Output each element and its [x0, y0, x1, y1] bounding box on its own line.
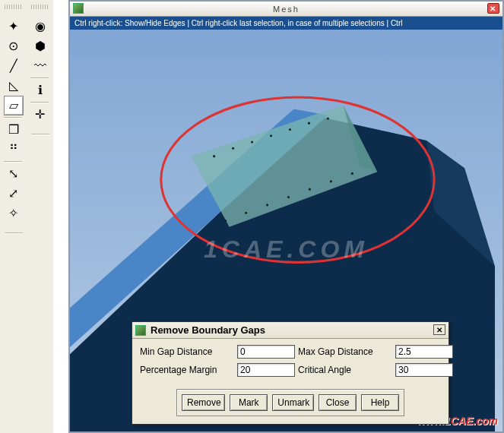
min-gap-input[interactable]	[237, 345, 295, 359]
pick-path-icon[interactable]: ⤡	[4, 164, 24, 184]
crit-angle-label: Critical Angle	[298, 365, 392, 375]
extrude-icon[interactable]: ⬢	[30, 36, 50, 56]
svg-point-12	[224, 220, 227, 222]
separator	[30, 77, 49, 79]
curve-icon[interactable]: 〰	[30, 56, 50, 76]
max-gap-label: Max Gap Distance	[298, 346, 392, 357]
parts-icon[interactable]: ⠛	[4, 140, 24, 160]
min-gap-label: Min Gap Distance	[140, 346, 234, 357]
unmark-button[interactable]: Unmark	[272, 394, 314, 411]
dialog-body: Min Gap Distance Max Gap Distance Percen…	[132, 339, 449, 384]
info-icon[interactable]: ℹ	[30, 81, 50, 100]
axes-icon[interactable]: ✦	[4, 17, 24, 36]
grip	[31, 5, 49, 9]
remove-button[interactable]: Remove	[182, 394, 225, 411]
crit-angle-input[interactable]	[395, 363, 453, 377]
separator	[30, 102, 49, 103]
point-icon[interactable]: ⊙	[4, 36, 24, 56]
dialog-title: Remove Boundary Gaps	[151, 324, 265, 336]
eye-icon[interactable]: ◉	[30, 17, 50, 36]
svg-point-11	[327, 117, 329, 119]
svg-point-18	[351, 172, 353, 175]
svg-point-13	[245, 212, 247, 214]
svg-point-9	[289, 128, 291, 131]
face-icon[interactable]: ▱	[4, 96, 24, 115]
cube-icon[interactable]: ❒	[4, 120, 24, 140]
tool-strip-secondary: ◉⬢〰ℹ✛	[27, 0, 53, 433]
line-icon[interactable]: ╱	[4, 56, 24, 76]
separator	[5, 232, 23, 234]
dialog-titlebar[interactable]: Remove Boundary Gaps ✕	[132, 322, 449, 339]
svg-point-5	[213, 155, 215, 157]
pct-margin-label: Percentage Margin	[140, 365, 234, 375]
mark-button[interactable]: Mark	[230, 394, 268, 411]
svg-point-10	[308, 122, 310, 125]
svg-point-8	[270, 134, 272, 137]
max-gap-input[interactable]	[395, 345, 453, 359]
svg-point-17	[330, 180, 332, 182]
view-titlebar: Mesh ✕	[70, 2, 502, 17]
app-icon	[73, 3, 84, 14]
svg-point-16	[309, 188, 311, 191]
pick-group-icon[interactable]: ✧	[4, 204, 24, 223]
grip	[5, 5, 23, 9]
hint-bar: Ctrl right-click: Show/Hide Edges | Ctrl…	[70, 17, 502, 30]
svg-point-14	[266, 204, 268, 206]
dialog-button-row: Remove Mark Unmark Close Help	[176, 389, 404, 416]
svg-point-6	[232, 147, 234, 150]
view-title: Mesh	[273, 5, 300, 14]
close-button[interactable]: Close	[319, 394, 357, 411]
pct-margin-input[interactable]	[237, 363, 295, 377]
separator	[31, 134, 49, 135]
target-icon[interactable]: ✛	[30, 105, 50, 125]
tool-strip-left: ✦⊙╱◺▱❒⠛⤡⤢✧	[0, 0, 27, 433]
separator	[4, 161, 22, 163]
help-button[interactable]: Help	[361, 394, 399, 411]
separator	[4, 117, 22, 119]
svg-point-7	[251, 141, 253, 143]
svg-point-15	[287, 196, 290, 198]
remove-boundary-gaps-dialog: Remove Boundary Gaps ✕ Min Gap Distance …	[132, 321, 449, 425]
pick-branch-icon[interactable]: ⤢	[4, 184, 24, 204]
close-icon[interactable]: ✕	[487, 3, 499, 14]
close-icon[interactable]: ✕	[433, 324, 445, 335]
app-icon	[135, 325, 146, 336]
triangle-icon[interactable]: ◺	[4, 76, 24, 96]
